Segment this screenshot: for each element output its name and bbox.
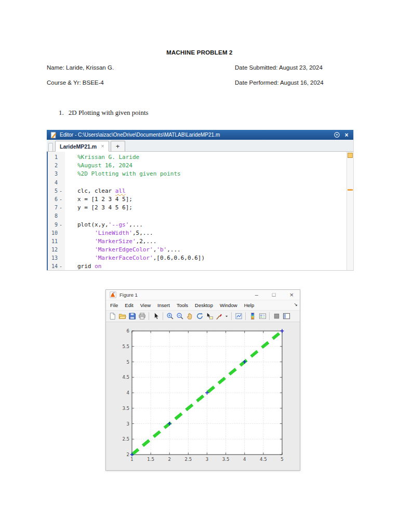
rotate-3d-icon[interactable]	[195, 312, 204, 321]
legend-icon[interactable]	[258, 312, 267, 321]
toolbar-separator	[163, 312, 163, 320]
svg-text:5.5: 5.5	[122, 344, 129, 349]
code-line: x = [1 2 3 4 5];	[77, 195, 347, 204]
menu-tools[interactable]: Tools	[177, 302, 188, 308]
course-year: Course & Yr: BSEE-4	[47, 79, 104, 86]
matlab-figure-window: Figure 1 – □ × FileEditViewInsertToolsDe…	[105, 289, 300, 471]
menu-file[interactable]: File	[110, 302, 118, 308]
line-number: 4	[48, 179, 65, 187]
line-number: 14-	[48, 262, 65, 270]
toolbar-separator	[269, 312, 270, 320]
zoom-in-icon[interactable]	[165, 312, 175, 321]
code-line: 'MarkerFaceColor',[0.6,0.6,0.6])	[77, 254, 347, 262]
svg-text:3.5: 3.5	[222, 457, 230, 462]
figure-titlebar[interactable]: Figure 1 – □ ×	[106, 290, 300, 300]
print-icon[interactable]	[137, 312, 147, 321]
figure-menubar: FileEditViewInsertToolsDesktopWindowHelp…	[106, 300, 300, 310]
svg-text:1.5: 1.5	[147, 457, 154, 462]
save-icon[interactable]	[127, 312, 137, 321]
date-submitted: Date Submitted: August 23, 2024	[235, 64, 323, 71]
warning-marker-icon[interactable]	[348, 189, 353, 191]
editor-code[interactable]: %Krissan G. Laride%August 16, 2024%2D Pl…	[65, 152, 347, 270]
code-line: 'LineWidth',5,...	[77, 229, 347, 237]
svg-text:2: 2	[168, 457, 171, 462]
item-text: 2D Plotting with given points	[69, 109, 149, 116]
editor-body: 12345-6-7-89-1011121314- %Krissan G. Lar…	[47, 152, 353, 270]
svg-text:2.5: 2.5	[185, 457, 192, 462]
message-indicator-icon[interactable]	[348, 153, 353, 158]
minimize-button[interactable]: –	[255, 292, 258, 298]
svg-text:5: 5	[127, 360, 129, 365]
code-line: %Krissan G. Laride	[77, 153, 347, 162]
menu-help[interactable]: Help	[244, 302, 255, 308]
editor-menu-circle-icon[interactable]	[333, 131, 340, 139]
code-line: clc, clear all	[77, 187, 347, 195]
code-line: grid on	[77, 262, 347, 270]
line-number: 13	[48, 254, 65, 262]
zoom-out-icon[interactable]	[175, 312, 184, 321]
matlab-editor-window: Editor - C:\Users\aizac\OneDrive\Documen…	[47, 130, 354, 271]
window-layout-icon[interactable]	[282, 312, 291, 321]
toolbar-separator	[245, 312, 246, 320]
open-file-icon[interactable]	[117, 312, 127, 321]
brush-icon[interactable]	[215, 312, 224, 321]
svg-text:4.5: 4.5	[260, 457, 267, 462]
menu-view[interactable]: View	[140, 302, 151, 308]
student-name: Name: Laride, Krissan G.	[47, 64, 114, 71]
tab-scroll-stub	[48, 143, 53, 151]
page-title: MACHINE PROBLEM 2	[0, 49, 399, 56]
line-number: 12	[48, 246, 65, 254]
document-page: MACHINE PROBLEM 2 Name: Laride, Krissan …	[0, 0, 399, 532]
line-number: 6-	[48, 195, 65, 204]
editor-gutter: 12345-6-7-89-1011121314-	[48, 152, 65, 270]
dock-figure-icon[interactable]: ↘	[294, 302, 298, 307]
svg-text:4: 4	[243, 457, 246, 462]
line-number: 3	[48, 170, 65, 178]
line-number: 7-	[48, 204, 65, 212]
code-line: 'MarkerSize',2,...	[77, 237, 347, 246]
new-tab-button[interactable]: +	[111, 141, 125, 152]
tab-label: LarideMP21.m	[60, 143, 97, 150]
problem-item-1: 1.2D Plotting with given points	[59, 109, 149, 117]
menu-desktop[interactable]: Desktop	[195, 302, 213, 308]
plot-canvas[interactable]: 11.522.533.544.5522.533.544.555.56	[106, 322, 300, 469]
svg-text:3.5: 3.5	[122, 406, 129, 411]
editor-page-icon	[50, 131, 57, 139]
code-line: %August 16, 2024	[77, 162, 347, 170]
editor-tabbar: LarideMP21.m × +	[47, 140, 353, 152]
line-number: 11	[48, 237, 65, 246]
cursor-icon[interactable]	[151, 312, 161, 321]
new-file-icon[interactable]	[108, 312, 117, 321]
figure-window-title: Figure 1	[119, 292, 138, 298]
menu-edit[interactable]: Edit	[125, 302, 133, 308]
figure-toolbar	[106, 310, 300, 322]
editor-close-button[interactable]: ×	[343, 131, 350, 139]
dock-icon[interactable]	[272, 312, 281, 321]
toolbar-separator	[149, 312, 149, 320]
item-number: 1.	[59, 109, 64, 116]
line-number: 2	[48, 162, 65, 170]
link-plot-icon[interactable]	[234, 312, 243, 321]
maximize-button[interactable]: □	[272, 292, 276, 298]
code-line	[77, 179, 347, 187]
toolbar-separator	[231, 312, 232, 320]
editor-indicator-column[interactable]	[347, 152, 353, 270]
code-line: y = [2 3 4 5 6];	[77, 204, 347, 212]
pan-icon[interactable]	[185, 312, 194, 321]
editor-titlebar[interactable]: Editor - C:\Users\aizac\OneDrive\Documen…	[47, 130, 353, 140]
data-cursor-icon[interactable]	[205, 312, 214, 321]
line-number: 10	[48, 229, 65, 237]
tab-close-icon[interactable]: ×	[101, 143, 104, 149]
close-button[interactable]: ×	[289, 291, 294, 298]
code-line	[77, 212, 347, 220]
line-number: 1	[48, 153, 65, 162]
figure-canvas: 11.522.533.544.5522.533.544.555.56	[106, 322, 300, 469]
line-number: 8	[48, 212, 65, 220]
editor-window-title: Editor - C:\Users\aizac\OneDrive\Documen…	[60, 132, 330, 138]
menu-window[interactable]: Window	[220, 302, 237, 308]
colorbar-icon[interactable]	[248, 312, 257, 321]
svg-text:3: 3	[127, 421, 129, 427]
tab-laridemp21[interactable]: LarideMP21.m ×	[55, 141, 109, 152]
menu-insert[interactable]: Insert	[157, 302, 170, 308]
caret-down-icon[interactable]	[224, 312, 229, 321]
